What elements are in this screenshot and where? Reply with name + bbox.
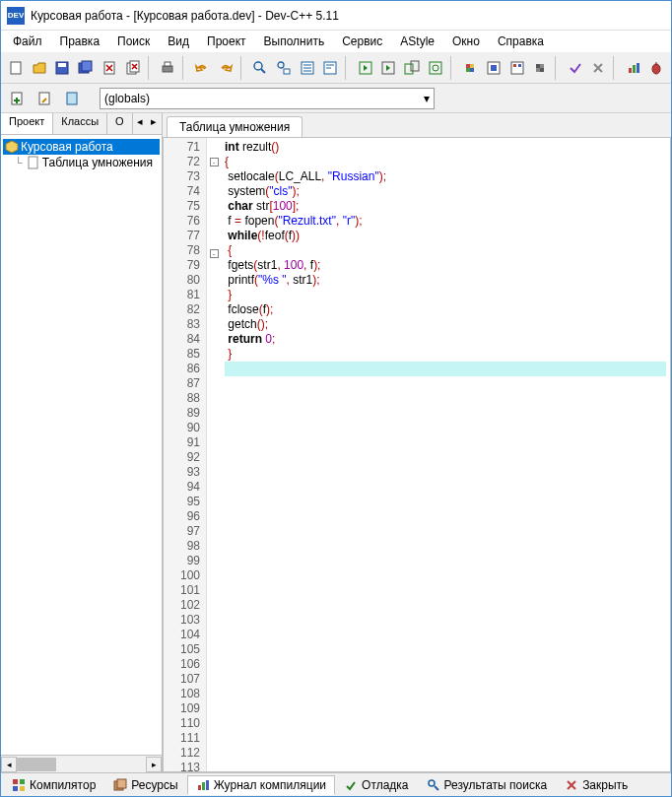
code-line[interactable]: while(!feof(f)): [225, 229, 666, 243]
menu-item[interactable]: Проект: [199, 33, 254, 50]
fold-toggle[interactable]: -: [210, 158, 219, 166]
close-all-button[interactable]: [122, 56, 144, 80]
code-line[interactable]: [225, 613, 666, 628]
code-editor[interactable]: 7172737475767778798081828384858687888990…: [163, 137, 671, 772]
code-line[interactable]: setlocale(LC_ALL, "Russian");: [225, 169, 666, 184]
cancel-button[interactable]: [587, 56, 609, 80]
menu-item[interactable]: Поиск: [109, 33, 158, 50]
scroll-thumb[interactable]: [17, 758, 56, 771]
code-line[interactable]: {: [225, 155, 666, 169]
code-line[interactable]: [225, 362, 666, 376]
code-line[interactable]: [225, 480, 666, 495]
code-line[interactable]: system("cls");: [225, 184, 666, 199]
undo-button[interactable]: [191, 56, 213, 80]
code-line[interactable]: char str[100];: [225, 199, 666, 214]
code-line[interactable]: [225, 509, 666, 524]
profile-button[interactable]: [506, 56, 528, 80]
code-line[interactable]: [225, 657, 666, 672]
tab-resources[interactable]: Ресурсы: [104, 775, 186, 795]
fold-toggle[interactable]: -: [210, 249, 219, 258]
code-line[interactable]: fgets(str1, 100, f);: [225, 258, 666, 273]
compile-button[interactable]: [355, 56, 376, 80]
code-line[interactable]: [225, 539, 666, 554]
menu-item[interactable]: AStyle: [392, 33, 442, 50]
code-line[interactable]: [225, 583, 666, 598]
remove-file-button[interactable]: [60, 87, 84, 110]
code-line[interactable]: [225, 406, 666, 421]
chart-button[interactable]: [623, 56, 644, 80]
tab-close[interactable]: Закрыть: [556, 775, 637, 795]
code-line[interactable]: [225, 628, 666, 642]
code-line[interactable]: fclose(f);: [225, 302, 666, 317]
scroll-right-button[interactable]: ▸: [146, 757, 162, 772]
scroll-left-button[interactable]: ◂: [1, 757, 17, 772]
globals-combo[interactable]: (globals) ▾: [100, 88, 435, 109]
find-button[interactable]: [249, 56, 271, 80]
code-line[interactable]: return 0;: [225, 332, 666, 347]
code-line[interactable]: [225, 642, 666, 657]
code-line[interactable]: [225, 421, 666, 435]
bug-button[interactable]: [645, 56, 667, 80]
replace-button[interactable]: [273, 56, 295, 80]
menu-item[interactable]: Файл: [5, 33, 50, 50]
tab-nav-right[interactable]: ▸: [147, 113, 161, 134]
code-line[interactable]: }: [225, 288, 666, 302]
tab-compile-log[interactable]: Журнал компиляции: [187, 775, 335, 795]
code-line[interactable]: printf("%s ", str1);: [225, 273, 666, 288]
rebuild-button[interactable]: [425, 56, 446, 80]
code-line[interactable]: [225, 687, 666, 701]
code-line[interactable]: [225, 716, 666, 731]
code-line[interactable]: [225, 746, 666, 761]
code-line[interactable]: [225, 554, 666, 568]
close-button[interactable]: [99, 56, 120, 80]
tab-compiler[interactable]: Компилятор: [3, 775, 104, 795]
menu-item[interactable]: Правка: [52, 33, 108, 50]
code-line[interactable]: [225, 598, 666, 613]
tab-search-results[interactable]: Результаты поиска: [418, 775, 557, 795]
code-line[interactable]: [225, 450, 666, 465]
code-line[interactable]: int rezult(): [225, 140, 666, 155]
code-line[interactable]: [225, 435, 666, 450]
code-line[interactable]: [225, 731, 666, 746]
redo-button[interactable]: [215, 56, 236, 80]
new-project-button[interactable]: [5, 87, 29, 110]
code-line[interactable]: {: [225, 243, 666, 258]
code-content[interactable]: int rezult(){ setlocale(LC_ALL, "Russian…: [221, 138, 670, 771]
run-button[interactable]: [377, 56, 399, 80]
code-line[interactable]: [225, 495, 666, 509]
check-button[interactable]: [565, 56, 586, 80]
stop-button[interactable]: [483, 56, 504, 80]
code-line[interactable]: [225, 761, 666, 772]
code-line[interactable]: [225, 376, 666, 391]
delete-profile-button[interactable]: [529, 56, 551, 80]
code-line[interactable]: getch();: [225, 317, 666, 332]
add-file-button[interactable]: [33, 87, 56, 110]
code-line[interactable]: [225, 672, 666, 687]
print-button[interactable]: [157, 56, 178, 80]
code-line[interactable]: f = fopen("Rezult.txt", "r");: [225, 214, 666, 229]
code-line[interactable]: [225, 701, 666, 716]
new-file-button[interactable]: [5, 56, 27, 80]
scroll-track[interactable]: [17, 757, 146, 772]
tab-debug[interactable]: О: [107, 113, 133, 134]
save-button[interactable]: [52, 56, 74, 80]
menu-item[interactable]: Сервис: [334, 33, 390, 50]
goto-button[interactable]: [319, 56, 341, 80]
tab-project[interactable]: Проект: [1, 113, 53, 134]
menu-item[interactable]: Вид: [160, 33, 197, 50]
tree-root[interactable]: Курсовая работа: [3, 139, 160, 155]
editor-tab-active[interactable]: Таблица умножения: [167, 116, 302, 137]
code-line[interactable]: }: [225, 347, 666, 362]
tab-nav-left[interactable]: ◂: [133, 113, 147, 134]
save-all-button[interactable]: [75, 56, 97, 80]
tab-debug[interactable]: Отладка: [335, 775, 417, 795]
code-line[interactable]: [225, 568, 666, 583]
code-line[interactable]: [225, 524, 666, 539]
left-panel-scrollbar[interactable]: ◂ ▸: [1, 755, 162, 772]
compile-run-button[interactable]: [401, 56, 423, 80]
menu-item[interactable]: Окно: [444, 33, 488, 50]
find-in-files-button[interactable]: [297, 56, 318, 80]
code-line[interactable]: [225, 391, 666, 406]
debug-button[interactable]: [459, 56, 481, 80]
open-file-button[interactable]: [29, 56, 50, 80]
